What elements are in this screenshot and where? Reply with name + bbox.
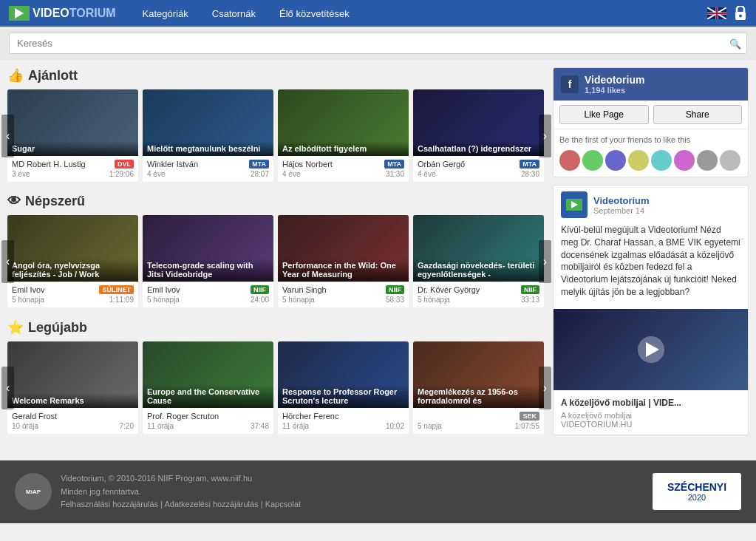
card-title-3: Csalhatatlan (?) idegrendszer — [413, 141, 544, 156]
card-thumb-2: Az elbódított figyelem — [278, 89, 409, 156]
card-author-np1: Emil Ivov NIIF — [147, 285, 269, 294]
fb-page-name: Videotorium — [585, 74, 644, 86]
vt-post: Videotorium September 14 Kívül-belül meg… — [553, 185, 749, 435]
card-thumb-lu2: Response to Professor Roger Scruton's le… — [278, 341, 409, 408]
card-title-lu2: Response to Professor Roger Scruton's le… — [278, 384, 409, 408]
logo[interactable]: VIDEOTORIUM — [9, 6, 116, 21]
cards-row-ajanlott: ‹ Sugar MD Robert H. Lustig DVL 3 — [7, 89, 545, 182]
vt-post-body: Kívül-belül megújult a Videotorium! Nézd… — [554, 224, 748, 304]
header-right — [707, 6, 747, 21]
search-wrap: 🔍 — [9, 33, 747, 54]
vt-post-meta: Videotorium September 14 — [593, 195, 650, 215]
cards-row-legujabb: ‹ Welcome Remarks Gerald Frost 10 órája — [7, 341, 545, 434]
card-nepszeru-3[interactable]: Gazdasági növekedés- területi egyenlőtle… — [413, 215, 544, 307]
prev-arrow-ajanlott[interactable]: ‹ — [1, 115, 14, 157]
card-author-np0: Emil Ivov SÚLINET — [12, 285, 134, 294]
card-info-np3: Dr. Kövér György NIIF 5 hónapja 33:13 — [413, 282, 544, 307]
search-icon: 🔍 — [729, 38, 741, 49]
card-meta-3: 4 éve 28:30 — [418, 170, 539, 178]
flag-uk-icon[interactable] — [707, 7, 726, 19]
card-info-lu0: Gerald Frost 10 órája 7:20 — [7, 408, 138, 434]
card-title-0: Sugar — [7, 141, 138, 156]
card-ajanlott-2[interactable]: Az elbódított figyelem Hájos Norbert MTA… — [278, 89, 409, 182]
card-title-np0: Angol óra, nyelvvizsga feljészítés - Job… — [7, 258, 138, 282]
footer-contact-link[interactable]: Kapcsolat — [265, 500, 301, 508]
card-thumb-0: Sugar — [7, 89, 138, 156]
card-legujabb-2[interactable]: Response to Professor Roger Scruton's le… — [278, 341, 409, 434]
section-title-nepszeru: 👁 Népszerű — [7, 194, 545, 209]
card-title-2: Az elbódított figyelem — [278, 141, 409, 156]
card-ajanlott-0[interactable]: Sugar MD Robert H. Lustig DVL 3 éve 1:29… — [7, 89, 138, 182]
card-title-lu1: Europe and the Conservative Cause — [143, 384, 273, 408]
search-input[interactable] — [9, 33, 747, 54]
badge-mta-2: MTA — [384, 160, 404, 169]
card-nepszeru-2[interactable]: Performance in the Wild: One Year of Mea… — [278, 215, 409, 307]
fb-widget: f Videotorium 1,194 likes Like Page Shar… — [553, 67, 749, 177]
badge-mta-3: MTA — [520, 160, 539, 169]
card-meta-np3: 5 hónapja 33:13 — [418, 296, 539, 304]
card-nepszeru-0[interactable]: Angol óra, nyelvvizsga feljészítés - Job… — [7, 215, 138, 307]
card-title-np3: Gazdasági növekedés- területi egyenlőtle… — [413, 258, 544, 282]
card-ajanlott-1[interactable]: Mielőtt megtanulunk beszélni Winkler Ist… — [143, 89, 273, 182]
prev-arrow-nepszeru[interactable]: ‹ — [1, 240, 14, 283]
vt-play-icon — [646, 342, 659, 357]
card-author-0: MD Robert H. Lustig DVL — [12, 160, 134, 169]
badge-niif-3: NIIF — [521, 285, 539, 294]
next-arrow-legujabb[interactable]: › — [539, 367, 551, 409]
fb-actions: Like Page Share — [554, 101, 748, 129]
vt-post-link-title[interactable]: A közeljövő mobiljai | VIDE... — [554, 395, 748, 411]
prev-arrow-legujabb[interactable]: ‹ — [1, 367, 14, 409]
fb-likes-count: 1,194 likes — [585, 86, 644, 95]
card-meta-np2: 5 hónapja 58:33 — [282, 296, 404, 304]
card-ajanlott-3[interactable]: Csalhatatlan (?) idegrendszer Orbán Gerg… — [413, 89, 544, 182]
card-title-lu3: Megemlékezés az 1956-os forradalomról és — [413, 384, 544, 408]
nav-live[interactable]: Élő közvetítések — [268, 2, 361, 25]
next-arrow-nepszeru[interactable]: › — [539, 240, 551, 283]
card-info-np2: Varun Singh NIIF 5 hónapja 58:33 — [278, 282, 409, 307]
section-ajanlott: 👍 Ajánlott ‹ Sugar MD Robert H. Lustig D… — [7, 67, 545, 182]
footer-logo: MiAP — [15, 473, 52, 510]
vt-post-link-sub: A közeljövő mobiljai VIDEOTORIUM.HU — [554, 411, 748, 435]
card-meta-np0: 5 hónapja 1:11:09 — [12, 296, 134, 304]
card-author-lu2: Hörcher Ferenc — [282, 412, 404, 421]
vt-post-image[interactable] — [554, 309, 748, 390]
thumbs-up-icon: 👍 — [7, 67, 24, 84]
content-area: 👍 Ajánlott ‹ Sugar MD Robert H. Lustig D… — [7, 67, 545, 446]
card-legujabb-1[interactable]: Europe and the Conservative Cause Prof. … — [143, 341, 273, 434]
eye-icon: 👁 — [7, 194, 21, 209]
card-author-lu0: Gerald Frost — [12, 412, 134, 421]
fb-avatars — [554, 150, 748, 177]
cards-legujabb: Welcome Remarks Gerald Frost 10 órája 7:… — [7, 341, 545, 434]
fb-avatar-4 — [628, 150, 649, 171]
footer-data-link[interactable]: Adatkezelési hozzájárulás — [164, 500, 258, 508]
fb-avatar-7 — [697, 150, 718, 171]
card-legujabb-3[interactable]: Megemlékezés az 1956-os forradalomról és… — [413, 341, 544, 434]
card-info-lu1: Prof. Roger Scruton 11 órája 37:48 — [143, 408, 273, 434]
logo-text: VIDEOTORIUM — [33, 7, 116, 20]
card-thumb-np0: Angol óra, nyelvvizsga feljészítés - Job… — [7, 215, 138, 282]
card-title-np1: Telecom-grade scaling with Jitsi Videobr… — [143, 258, 273, 282]
card-author-3: Orbán Gergő MTA — [418, 160, 539, 169]
nav-channels[interactable]: Csatornák — [200, 2, 268, 25]
footer-usage-link[interactable]: Felhasználási hozzájárulás — [61, 500, 158, 508]
next-arrow-ajanlott[interactable]: › — [539, 115, 551, 157]
card-meta-1: 4 éve 28:07 — [147, 170, 269, 178]
card-author-np3: Dr. Kövér György NIIF — [418, 285, 539, 294]
card-thumb-lu3: Megemlékezés az 1956-os forradalomról és — [413, 341, 544, 408]
card-info-np0: Emil Ivov SÚLINET 5 hónapja 1:11:09 — [7, 282, 138, 307]
fb-avatar-1 — [559, 150, 580, 171]
fb-like-button[interactable]: Like Page — [559, 105, 649, 124]
fb-share-button[interactable]: Share — [653, 105, 743, 124]
szechenyi-logo: SZÉCHENYI 2020 — [653, 473, 741, 510]
header: VIDEOTORIUM Kategóriák Csatornák Élő köz… — [0, 0, 756, 27]
card-info-1: Winkler István MTA 4 éve 28:07 — [143, 156, 273, 182]
lock-icon[interactable] — [734, 6, 747, 21]
card-legujabb-0[interactable]: Welcome Remarks Gerald Frost 10 órája 7:… — [7, 341, 138, 434]
badge-dvl-0: DVL — [115, 160, 134, 169]
vt-play-button[interactable] — [638, 336, 664, 363]
cards-nepszeru: Angol óra, nyelvvizsga feljészítés - Job… — [7, 215, 545, 307]
nav-categories[interactable]: Kategóriák — [131, 2, 200, 25]
card-nepszeru-1[interactable]: Telecom-grade scaling with Jitsi Videobr… — [143, 215, 273, 307]
cards-row-nepszeru: ‹ Angol óra, nyelvvizsga feljészítés - J… — [7, 215, 545, 307]
card-thumb-np2: Performance in the Wild: One Year of Mea… — [278, 215, 409, 282]
